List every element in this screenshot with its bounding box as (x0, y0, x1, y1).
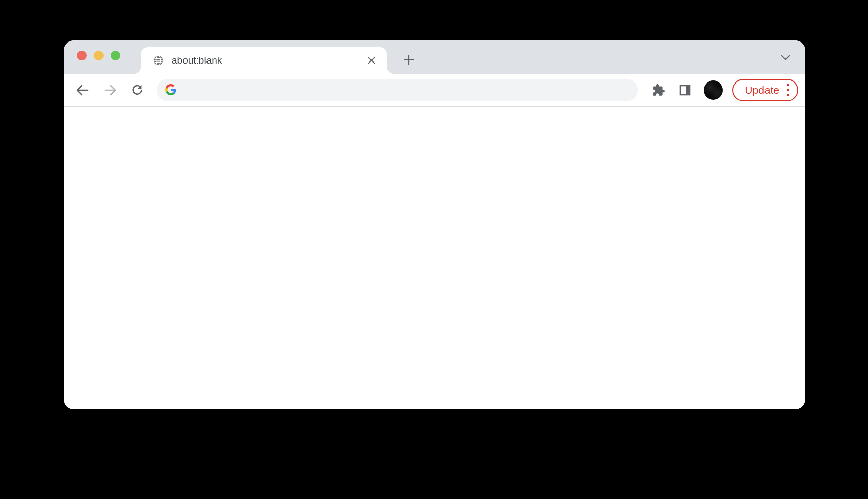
close-window-button[interactable] (77, 51, 87, 60)
profile-avatar[interactable] (704, 80, 723, 100)
maximize-window-button[interactable] (111, 51, 120, 60)
window-controls (64, 40, 120, 74)
side-panel-button[interactable] (674, 79, 696, 101)
tabs-dropdown-button[interactable] (775, 47, 796, 68)
plus-icon (404, 55, 414, 65)
tab-strip: about:blank (64, 40, 805, 74)
globe-icon (152, 54, 164, 67)
tab-title: about:blank (172, 55, 365, 66)
chevron-down-icon (780, 52, 791, 63)
close-tab-button[interactable] (365, 54, 378, 67)
arrow-left-icon (75, 83, 90, 97)
google-icon (165, 84, 177, 96)
puzzle-icon (652, 84, 665, 97)
minimize-window-button[interactable] (94, 51, 104, 60)
more-vertical-icon (787, 84, 789, 96)
svg-rect-12 (686, 86, 689, 94)
forward-button[interactable] (98, 78, 122, 102)
address-input[interactable] (184, 85, 630, 95)
arrow-right-icon (103, 83, 117, 97)
panel-icon (679, 84, 691, 96)
address-bar[interactable] (157, 79, 638, 101)
toolbar: Update (64, 74, 805, 107)
close-icon (367, 56, 376, 65)
reload-icon (131, 84, 144, 97)
extensions-button[interactable] (647, 79, 670, 101)
update-label: Update (745, 84, 779, 96)
browser-window: about:blank (64, 40, 805, 409)
browser-tab[interactable]: about:blank (141, 47, 387, 74)
back-button[interactable] (71, 78, 94, 102)
reload-button[interactable] (126, 78, 150, 102)
update-button[interactable]: Update (732, 79, 798, 101)
new-tab-button[interactable] (398, 49, 420, 71)
